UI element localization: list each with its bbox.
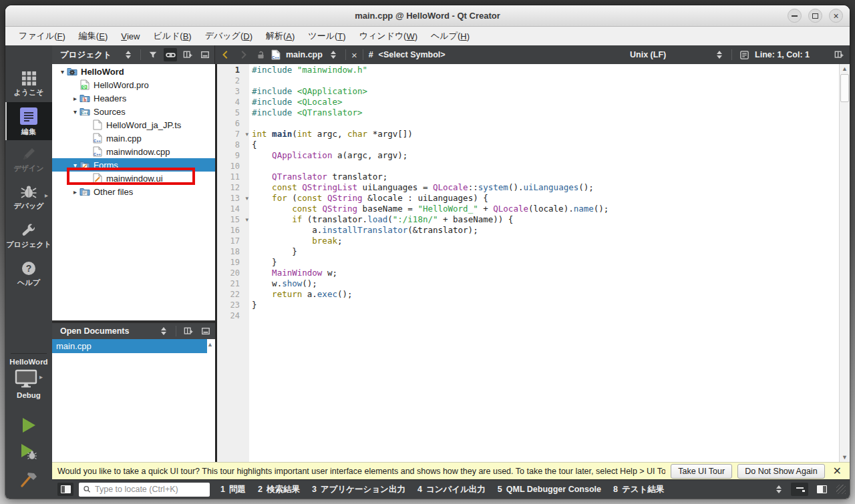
minimize-button[interactable] bbox=[788, 9, 802, 23]
line-number[interactable]: 14 bbox=[217, 204, 249, 214]
line-number[interactable]: 9 bbox=[217, 150, 249, 161]
filter-icon[interactable] bbox=[146, 48, 160, 61]
open-file-name[interactable]: main.cpp bbox=[286, 50, 323, 59]
code-line-8[interactable]: { bbox=[252, 140, 839, 150]
tree-item-headers[interactable]: ▸hHeaders bbox=[52, 91, 215, 105]
do-not-show-again-button[interactable]: Do Not Show Again bbox=[737, 464, 824, 479]
tree-item-helloword[interactable]: ▾HelloWord bbox=[52, 65, 215, 78]
mode-welcome[interactable]: ようこそ bbox=[5, 64, 52, 102]
sync-with-editor-icon[interactable] bbox=[164, 48, 177, 61]
line-number[interactable]: 6 bbox=[217, 118, 249, 129]
tree-item-sources[interactable]: ▾C++Sources bbox=[52, 105, 215, 118]
output-pane-application-output[interactable]: 3アプリケーション出力 bbox=[312, 484, 405, 495]
line-number[interactable]: 17 bbox=[217, 236, 249, 246]
locator-input[interactable]: Type to locate (Ctrl+K) bbox=[79, 483, 210, 497]
pane-selector-dropdown[interactable] bbox=[157, 324, 170, 338]
menu-item-debug[interactable]: デバッグ(D) bbox=[198, 27, 259, 45]
build-button[interactable] bbox=[19, 470, 38, 489]
line-number[interactable]: 23 bbox=[217, 300, 249, 310]
code-line-17[interactable]: break; bbox=[252, 236, 839, 246]
scroll-down-icon[interactable]: ▼ bbox=[840, 454, 850, 461]
menu-item-window[interactable]: ウィンドウ(W) bbox=[353, 27, 424, 45]
line-number[interactable]: 5 bbox=[217, 107, 249, 118]
tree-item-main-cpp[interactable]: C++main.cpp bbox=[52, 132, 215, 145]
menu-item-tools[interactable]: ツール(T) bbox=[301, 27, 352, 45]
resize-grip[interactable] bbox=[836, 485, 846, 494]
fold-marker-icon[interactable]: ▾ bbox=[245, 131, 248, 138]
debug-run-button[interactable] bbox=[19, 443, 38, 461]
line-number[interactable]: 1 bbox=[217, 65, 249, 75]
code-line-13[interactable]: for (const QString &locale : uiLanguages… bbox=[252, 193, 839, 204]
expand-arrow[interactable]: ▸ bbox=[71, 188, 79, 196]
take-ui-tour-button[interactable]: Take UI Tour bbox=[671, 464, 732, 479]
line-number[interactable]: 15▾ bbox=[217, 214, 249, 225]
line-number[interactable]: 2 bbox=[217, 75, 249, 86]
output-pane-test-results[interactable]: 8テスト結果 bbox=[613, 484, 664, 495]
code-line-21[interactable]: w.show(); bbox=[252, 278, 839, 289]
code-line-4[interactable]: #include <QLocale> bbox=[252, 97, 839, 107]
progress-details-toggle[interactable] bbox=[791, 483, 808, 496]
mode-edit[interactable]: 編集 bbox=[5, 102, 52, 140]
run-button[interactable] bbox=[20, 417, 37, 434]
output-panes-dropdown[interactable] bbox=[772, 483, 786, 496]
text-format-icon[interactable] bbox=[737, 48, 751, 61]
menu-item-help[interactable]: ヘルプ(H) bbox=[424, 27, 476, 45]
menu-item-analyze[interactable]: 解析(A) bbox=[259, 27, 301, 45]
expand-arrow[interactable]: ▾ bbox=[71, 162, 79, 169]
tree-item-helloword-ja-jp-ts[interactable]: HelloWord_ja_JP.ts bbox=[52, 118, 215, 132]
code-line-16[interactable]: a.installTranslator(&translator); bbox=[252, 225, 839, 236]
code-line-12[interactable]: const QStringList uiLanguages = QLocale:… bbox=[252, 182, 839, 193]
line-number[interactable]: 12 bbox=[217, 182, 249, 193]
tree-item-forms[interactable]: ▾Forms bbox=[52, 158, 215, 172]
scroll-up-icon[interactable]: ▲ bbox=[840, 65, 850, 72]
code-line-3[interactable]: #include <QApplication> bbox=[252, 86, 839, 97]
code-line-15[interactable]: if (translator.load(":/i18n/" + baseName… bbox=[252, 214, 839, 225]
code-line-2[interactable] bbox=[252, 75, 839, 86]
line-number[interactable]: 4 bbox=[217, 97, 249, 107]
close-document-icon[interactable]: × bbox=[351, 50, 357, 60]
output-pane-compile-output[interactable]: 4コンパイル出力 bbox=[417, 484, 486, 495]
kit-selector[interactable]: ▸ bbox=[5, 369, 52, 388]
scrollbar-thumb[interactable] bbox=[840, 74, 849, 102]
code-line-14[interactable]: const QString baseName = "HelloWord_" + … bbox=[252, 204, 839, 214]
code-line-1[interactable]: #include "mainwindow.h" bbox=[252, 65, 839, 75]
toggle-right-sidebar-button[interactable] bbox=[814, 483, 830, 496]
code-line-19[interactable]: } bbox=[252, 257, 839, 268]
tree-item-mainwindow-cpp[interactable]: C++mainwindow.cpp bbox=[52, 145, 215, 158]
maximize-button[interactable] bbox=[808, 9, 822, 23]
line-number[interactable]: 13▾ bbox=[217, 193, 249, 204]
line-number[interactable]: 11 bbox=[217, 172, 249, 182]
line-number[interactable]: 7▾ bbox=[217, 129, 249, 140]
mode-debug[interactable]: デバッグ▸ bbox=[5, 178, 52, 216]
line-number[interactable]: 8 bbox=[217, 140, 249, 150]
code-line-20[interactable]: MainWindow w; bbox=[252, 268, 839, 278]
line-number[interactable]: 20 bbox=[217, 268, 249, 278]
symbol-selector[interactable]: <Select Symbol> bbox=[379, 50, 446, 59]
code-area[interactable]: #include "mainwindow.h"#include <QApplic… bbox=[249, 64, 839, 462]
menu-item-build[interactable]: ビルド(B) bbox=[146, 27, 198, 45]
line-number[interactable]: 10 bbox=[217, 161, 249, 172]
fold-marker-icon[interactable]: ▾ bbox=[245, 195, 248, 202]
split-pane-icon[interactable] bbox=[182, 324, 195, 338]
output-pane-qml-debugger-console[interactable]: 5QML Debugger Console bbox=[498, 485, 601, 494]
code-line-24[interactable] bbox=[252, 310, 839, 321]
tree-item-other-files[interactable]: ▸Other files bbox=[52, 185, 215, 198]
infobar-close-icon[interactable]: ✕ bbox=[830, 466, 844, 477]
fold-marker-icon[interactable]: ▾ bbox=[245, 216, 248, 223]
code-line-5[interactable]: #include <QTranslator> bbox=[252, 107, 839, 118]
line-ending-selector[interactable]: Unix (LF) bbox=[630, 50, 709, 59]
mode-projects[interactable]: プロジェクト bbox=[5, 216, 52, 254]
mode-help[interactable]: ?ヘルプ bbox=[5, 254, 52, 292]
debug-mode-arrow[interactable]: ▸ bbox=[45, 192, 48, 199]
split-pane-icon[interactable] bbox=[181, 48, 194, 61]
line-number[interactable]: 22 bbox=[217, 289, 249, 300]
menu-item-view[interactable]: View bbox=[114, 27, 146, 45]
line-number[interactable]: 16 bbox=[217, 225, 249, 236]
code-line-22[interactable]: return a.exec(); bbox=[252, 289, 839, 300]
line-number[interactable]: 21 bbox=[217, 278, 249, 289]
expand-arrow[interactable]: ▾ bbox=[71, 108, 79, 115]
toggle-left-sidebar-button[interactable] bbox=[57, 483, 73, 496]
open-document-main-cpp[interactable]: main.cpp bbox=[52, 339, 207, 353]
line-ending-dropdown[interactable] bbox=[713, 48, 726, 61]
code-line-11[interactable]: QTranslator translator; bbox=[252, 172, 839, 182]
